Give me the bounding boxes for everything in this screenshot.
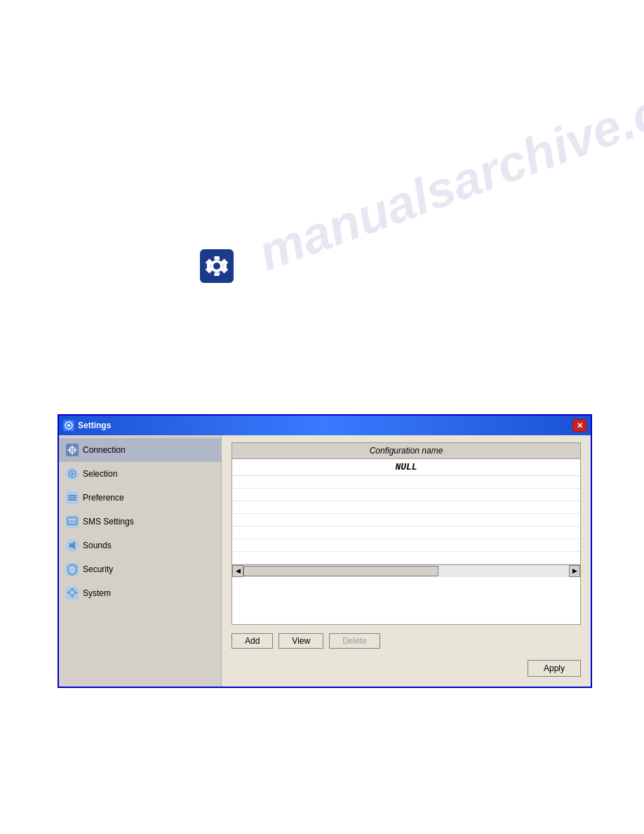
- svg-rect-0: [200, 249, 234, 283]
- system-icon: [66, 587, 79, 600]
- selection-icon: [66, 468, 79, 480]
- action-buttons-row: Add View Delete: [232, 630, 581, 651]
- sidebar-selection-label: Selection: [83, 469, 117, 479]
- scroll-track[interactable]: [243, 565, 569, 577]
- sidebar-security-label: Security: [83, 564, 113, 574]
- scroll-left-arrow[interactable]: ◀: [232, 565, 243, 577]
- sounds-icon: [66, 539, 79, 552]
- svg-point-10: [71, 472, 74, 475]
- window-body: Connection Selection: [59, 435, 591, 687]
- scroll-thumb[interactable]: [243, 566, 438, 576]
- security-icon: [66, 563, 79, 576]
- watermark-text: manualsarchive.com: [250, 57, 644, 282]
- close-button[interactable]: ✕: [572, 419, 586, 432]
- table-line: [232, 527, 580, 539]
- title-bar-icon: [63, 420, 74, 431]
- svg-point-3: [67, 424, 70, 427]
- table-empty-lines: [232, 476, 580, 564]
- connection-icon: [66, 444, 79, 456]
- sidebar-item-sms-settings[interactable]: SMS SMS Settings: [59, 510, 221, 534]
- table-line: [232, 501, 580, 514]
- sidebar-item-system[interactable]: System: [59, 581, 221, 605]
- sidebar-item-connection[interactable]: Connection: [59, 438, 221, 462]
- sidebar-item-security[interactable]: Security: [59, 557, 221, 581]
- horizontal-scrollbar[interactable]: ◀ ▶: [232, 564, 580, 576]
- sidebar-sms-label: SMS Settings: [83, 517, 134, 527]
- sidebar-connection-label: Connection: [83, 445, 126, 455]
- table-line: [232, 476, 580, 489]
- sidebar-item-sounds[interactable]: Sounds: [59, 534, 221, 557]
- title-bar: Settings ✕: [59, 416, 591, 435]
- table-line: [232, 514, 580, 527]
- settings-window: Settings ✕ Connection: [58, 414, 592, 688]
- add-button[interactable]: Add: [232, 633, 273, 649]
- delete-button[interactable]: Delete: [329, 633, 380, 649]
- table-line: [232, 552, 580, 564]
- apply-row: Apply: [232, 657, 581, 680]
- sidebar-item-selection[interactable]: Selection: [59, 462, 221, 486]
- svg-rect-13: [68, 497, 76, 498]
- table-header: Configuration name: [232, 443, 580, 459]
- sms-settings-icon: SMS: [66, 515, 79, 528]
- main-content: Configuration name NULL ◀: [222, 435, 591, 687]
- svg-rect-14: [68, 499, 76, 501]
- scroll-right-arrow[interactable]: ▶: [569, 565, 580, 577]
- apply-button[interactable]: Apply: [528, 660, 581, 677]
- config-table: Configuration name NULL ◀: [232, 442, 581, 625]
- svg-text:SMS: SMS: [67, 519, 76, 524]
- sidebar-sounds-label: Sounds: [83, 541, 112, 550]
- view-button[interactable]: View: [279, 633, 323, 649]
- center-gear-icon: [200, 249, 234, 283]
- svg-rect-12: [68, 495, 76, 496]
- window-title: Settings: [78, 421, 111, 430]
- sidebar: Connection Selection: [59, 435, 222, 687]
- sidebar-item-preference[interactable]: Preference: [59, 486, 221, 510]
- table-line: [232, 489, 580, 501]
- preference-icon: [66, 491, 79, 504]
- table-null-row: NULL: [232, 459, 580, 476]
- sidebar-preference-label: Preference: [83, 493, 124, 503]
- sidebar-system-label: System: [83, 588, 111, 598]
- table-line: [232, 539, 580, 552]
